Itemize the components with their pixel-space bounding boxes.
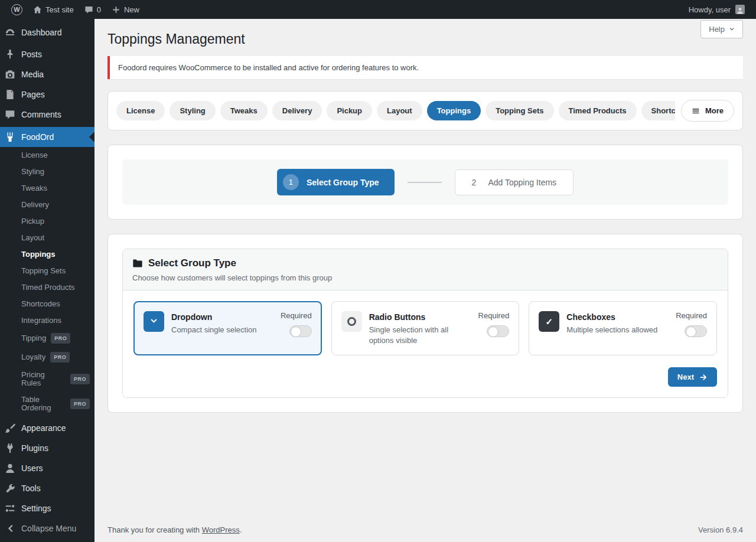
sidebar-subitem-loyalty[interactable]: LoyaltyPRO: [0, 348, 94, 367]
next-button[interactable]: Next: [668, 367, 717, 387]
page-icon: [5, 89, 15, 100]
camera-icon: [5, 69, 15, 80]
subitem-label: Toppings: [21, 250, 56, 259]
sidebar-subitem-delivery[interactable]: Delivery: [0, 197, 94, 213]
tab-styling[interactable]: Styling: [170, 101, 215, 120]
tab-shortcodes[interactable]: Shortcodes: [641, 101, 675, 120]
option-text: Radio Buttons Single selection with all …: [369, 311, 471, 345]
step-2-add-topping-items[interactable]: 2 Add Topping Items: [455, 169, 574, 195]
sidebar-item-appearance[interactable]: Appearance: [0, 418, 94, 438]
option-description: Compact single selection: [171, 325, 257, 335]
option-title: Checkboxes: [566, 311, 657, 322]
sidebar-item-label: Pages: [21, 89, 45, 100]
pro-badge: PRO: [50, 352, 70, 363]
wordpress-link[interactable]: WordPress: [202, 525, 240, 534]
sidebar-item-plugins[interactable]: Plugins: [0, 438, 94, 458]
tab-pickup[interactable]: Pickup: [327, 101, 372, 120]
sidebar-item-label: Settings: [21, 503, 51, 514]
tab-delivery[interactable]: Delivery: [272, 101, 322, 120]
new-content-link[interactable]: New: [106, 0, 145, 19]
wrench-icon: [5, 483, 15, 494]
subitem-label: Loyalty: [21, 353, 45, 361]
chevron-down-icon: [149, 317, 158, 326]
tab-topping-sets[interactable]: Topping Sets: [485, 101, 553, 120]
group-type-panel: Select Group Type Choose how customers w…: [122, 249, 728, 398]
required-label: Required: [676, 311, 707, 320]
sidebar-subitem-pricing-rules[interactable]: Pricing RulesPRO: [0, 367, 94, 391]
help-button[interactable]: Help: [700, 20, 743, 38]
sidebar-item-pages[interactable]: Pages: [0, 84, 94, 105]
next-row: Next: [133, 367, 717, 387]
dashboard-icon: [5, 27, 15, 38]
sidebar-item-label: FoodOrd: [21, 132, 54, 142]
option-checkboxes[interactable]: ✓ Checkboxes Multiple selections allowed…: [529, 301, 717, 355]
person-icon: [5, 463, 15, 474]
sidebar-item-foodord[interactable]: FoodOrd: [0, 127, 94, 147]
sidebar-item-comments[interactable]: Comments: [0, 105, 94, 125]
option-dropdown[interactable]: Dropdown Compact single selection Requir…: [133, 301, 322, 355]
option-radio-buttons[interactable]: Radio Buttons Single selection with all …: [331, 301, 520, 355]
stepper-card: 1 Select Group Type 2 Add Topping Items: [107, 145, 743, 220]
required-toggle[interactable]: [685, 325, 707, 337]
tab-tweaks[interactable]: Tweaks: [220, 101, 268, 120]
sidebar-item-tools[interactable]: Tools: [0, 478, 94, 498]
next-label: Next: [677, 373, 694, 381]
sidebar-subitem-tipping[interactable]: TippingPRO: [0, 329, 94, 348]
sidebar-subitem-table-ordering[interactable]: Table OrderingPRO: [0, 391, 94, 416]
site-name-link[interactable]: Test site: [28, 0, 79, 19]
sidebar-subitem-toppings[interactable]: Toppings: [0, 246, 94, 263]
comments-link[interactable]: 0: [79, 0, 106, 19]
step-1-number: 1: [283, 174, 299, 190]
wordpress-menu-button[interactable]: W: [6, 0, 28, 19]
sidebar-subitem-shortcodes[interactable]: Shortcodes: [0, 296, 94, 312]
wordpress-logo-icon: W: [11, 4, 22, 15]
tab-timed-products[interactable]: Timed Products: [559, 101, 637, 120]
sidebar-subitem-integrations[interactable]: Integrations: [0, 312, 94, 329]
sidebar-item-label: Media: [21, 69, 44, 80]
step-1-select-group-type[interactable]: 1 Select Group Type: [277, 169, 395, 195]
step-connector-line: [408, 182, 442, 183]
sidebar-subitem-tweaks[interactable]: Tweaks: [0, 180, 94, 197]
subitem-label: Pickup: [21, 217, 44, 226]
more-tabs-button[interactable]: More: [681, 100, 734, 122]
collapse-menu-button[interactable]: Collapse Menu: [0, 518, 94, 538]
footer-period: .: [240, 525, 242, 534]
option-text: Checkboxes Multiple selections allowed: [566, 311, 657, 335]
option-required-area: Required: [676, 311, 707, 337]
required-toggle[interactable]: [289, 325, 312, 337]
sidebar-item-settings[interactable]: Settings: [0, 498, 94, 518]
required-label: Required: [281, 311, 312, 320]
subitem-label: License: [21, 151, 48, 159]
site-name-label: Test site: [45, 5, 74, 14]
tabs-scroll: License Styling Tweaks Delivery Pickup L…: [116, 101, 675, 120]
sidebar-item-dashboard[interactable]: Dashboard: [0, 22, 94, 43]
sidebar-subitem-timed-products[interactable]: Timed Products: [0, 279, 94, 296]
main-layout: Dashboard Posts Media Pages Comments Foo…: [0, 19, 756, 542]
sidebar-subitem-license[interactable]: License: [0, 147, 94, 164]
pro-badge: PRO: [70, 399, 90, 409]
sidebar-item-media[interactable]: Media: [0, 64, 94, 84]
sidebar-item-label: Posts: [21, 49, 42, 60]
tab-layout[interactable]: Layout: [377, 101, 422, 120]
sidebar-subitem-topping-sets[interactable]: Topping Sets: [0, 263, 94, 279]
tab-toppings[interactable]: Toppings: [427, 101, 481, 120]
sliders-icon: [5, 503, 15, 514]
admin-footer: Thank you for creating with WordPress. V…: [107, 520, 743, 542]
tab-license[interactable]: License: [116, 101, 165, 120]
sidebar-subitem-styling[interactable]: Styling: [0, 164, 94, 180]
pushpin-icon: [5, 49, 15, 60]
woocommerce-notice: Foodord requires WooCommerce to be insta…: [107, 56, 743, 79]
howdy-label: Howdy, user: [689, 5, 731, 14]
step-1-label: Select Group Type: [307, 178, 379, 187]
sidebar-subitem-layout[interactable]: Layout: [0, 230, 94, 246]
subitem-label: Layout: [21, 234, 44, 242]
subitem-label: Pricing Rules: [21, 371, 66, 387]
sidebar-item-posts[interactable]: Posts: [0, 44, 94, 64]
option-text: Dropdown Compact single selection: [171, 311, 257, 335]
sidebar-item-users[interactable]: Users: [0, 458, 94, 478]
subitem-label: Styling: [21, 168, 44, 176]
brush-icon: [5, 423, 15, 433]
sidebar-subitem-pickup[interactable]: Pickup: [0, 213, 94, 230]
required-toggle[interactable]: [487, 325, 509, 337]
account-menu-link[interactable]: Howdy, user: [683, 0, 750, 19]
